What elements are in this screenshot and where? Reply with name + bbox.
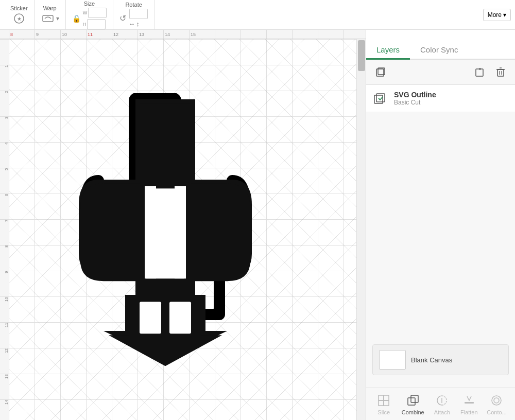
layer-item-svg-outline[interactable]: SVG Outline Basic Cut xyxy=(366,85,515,112)
right-panel: Layers Color Sync xyxy=(366,30,515,420)
attach-icon xyxy=(435,393,449,408)
width-input[interactable] xyxy=(88,8,107,18)
tab-layers[interactable]: Layers xyxy=(366,45,410,60)
main-toolbar: Sticker ★ Warp ▾ Size 🔒 W xyxy=(0,0,515,30)
ruler-v-7: 7 xyxy=(0,219,9,245)
ruler-corner xyxy=(0,30,9,39)
svg-rect-30 xyxy=(411,395,418,402)
ruler-h-10: 10 xyxy=(61,30,87,39)
layers-toolbar xyxy=(366,60,515,85)
blank-canvas-preview xyxy=(379,350,406,370)
combine-button[interactable]: Combine xyxy=(398,391,428,417)
slice-button[interactable]: Slice xyxy=(370,391,397,417)
attach-button[interactable]: Attach xyxy=(428,391,455,417)
warp-dropdown[interactable]: ▾ xyxy=(56,15,59,22)
flatten-button[interactable]: Flatten xyxy=(456,391,483,417)
panel-bottom-toolbar: Slice Combine Attach xyxy=(366,388,515,420)
ruler-v-12: 12 xyxy=(0,348,9,374)
combine-label: Combine xyxy=(402,409,424,415)
vertical-ruler: 1 2 3 4 5 6 7 8 9 10 11 12 13 14 xyxy=(0,39,9,420)
rotate-input[interactable] xyxy=(129,9,148,19)
ruler-v-14: 14 xyxy=(0,399,9,420)
ruler-v-1: 1 xyxy=(0,65,9,91)
add-layer-button[interactable] xyxy=(472,64,488,80)
svg-rect-32 xyxy=(465,402,474,404)
flip-v-icon[interactable]: ↕ xyxy=(136,20,140,28)
ruler-h-11: 11 xyxy=(87,30,112,39)
flatten-label: Flatten xyxy=(460,409,478,415)
svg-rect-12 xyxy=(175,186,186,278)
svg-rect-11 xyxy=(145,186,156,278)
flip-h-icon[interactable]: ↔ xyxy=(128,20,135,28)
layer-name: SVG Outline xyxy=(394,91,509,99)
warp-section: Warp ▾ xyxy=(35,0,66,29)
ruler-h-8: 8 xyxy=(9,30,35,39)
slice-icon xyxy=(376,393,391,408)
svg-rect-25 xyxy=(379,395,384,400)
combine-icon xyxy=(406,393,420,408)
svg-text:★: ★ xyxy=(16,16,21,22)
ruler-v-8: 8 xyxy=(0,245,9,271)
ruler-h-12: 12 xyxy=(112,30,138,39)
warp-icon[interactable] xyxy=(41,12,55,25)
scrollbar-thumb[interactable] xyxy=(358,40,365,71)
layer-sub: Basic Cut xyxy=(394,99,509,106)
rotate-section: Rotate ↺ ↔ ↕ xyxy=(113,0,154,29)
ruler-v-10: 10 xyxy=(0,296,9,322)
ruler-v-0 xyxy=(0,39,9,65)
ruler-h-16 xyxy=(215,30,241,39)
vertical-scrollbar[interactable] xyxy=(356,39,366,420)
main-content: 8 9 10 11 12 13 14 15 1 2 3 4 5 6 7 8 9 xyxy=(0,30,515,420)
ruler-v-6: 6 xyxy=(0,194,9,219)
more-button[interactable]: More ▾ xyxy=(483,9,511,21)
warp-label: Warp xyxy=(43,5,57,11)
copy-to-mat-button[interactable] xyxy=(372,64,389,80)
attach-label: Attach xyxy=(434,409,450,415)
ruler-h-17 xyxy=(241,30,267,39)
rotate-tool: Rotate ↺ ↔ ↕ xyxy=(119,2,148,28)
design-canvas[interactable] xyxy=(9,39,356,420)
ruler-v-9: 9 xyxy=(0,271,9,296)
svg-rect-2 xyxy=(43,15,53,22)
slice-label: Slice xyxy=(377,409,390,415)
canvas-area[interactable]: 8 9 10 11 12 13 14 15 1 2 3 4 5 6 7 8 9 xyxy=(0,30,366,420)
ruler-h-19 xyxy=(293,30,318,39)
contour-icon xyxy=(489,393,504,408)
size-tool: Size 🔒 W H xyxy=(72,1,107,29)
tab-color-sync[interactable]: Color Sync xyxy=(410,45,468,60)
svg-rect-13 xyxy=(376,69,384,76)
lock-icon: 🔒 xyxy=(72,14,81,23)
svg-rect-26 xyxy=(384,395,389,400)
size-section: Size 🔒 W H xyxy=(66,0,114,29)
sticker-label: Sticker xyxy=(10,5,28,11)
svg-rect-18 xyxy=(497,69,504,76)
ruler-v-13: 13 xyxy=(0,374,9,399)
ruler-h-14: 14 xyxy=(164,30,190,39)
ruler-v-3: 3 xyxy=(0,116,9,142)
svg-rect-28 xyxy=(384,400,389,406)
ruler-v-2: 2 xyxy=(0,91,9,116)
rotate-icon[interactable]: ↺ xyxy=(119,13,126,23)
ruler-v-4: 4 xyxy=(0,142,9,168)
blank-canvas-label: Blank Canvas xyxy=(411,356,452,364)
ruler-h-13: 13 xyxy=(138,30,164,39)
ruler-v-5: 5 xyxy=(0,168,9,194)
blank-canvas-item[interactable]: Blank Canvas xyxy=(372,344,509,375)
height-input[interactable] xyxy=(87,19,106,29)
delete-layer-button[interactable] xyxy=(492,64,509,80)
ruler-h-15: 15 xyxy=(190,30,215,39)
contour-label: Conto... xyxy=(487,409,507,415)
size-label: Size xyxy=(84,1,95,7)
svg-rect-10 xyxy=(169,302,191,334)
layer-item-icon xyxy=(372,90,389,107)
svg-rect-9 xyxy=(140,302,161,334)
ruler-h-20 xyxy=(318,30,344,39)
sticker-icon[interactable]: ★ xyxy=(13,12,25,25)
blank-canvas-area: Blank Canvas xyxy=(366,112,515,388)
svg-point-33 xyxy=(492,396,501,405)
ruler-h-9: 9 xyxy=(35,30,61,39)
contour-button[interactable]: Conto... xyxy=(483,391,511,417)
rotate-label: Rotate xyxy=(125,2,142,8)
ruler-v-11: 11 xyxy=(0,322,9,348)
ruler-h-18 xyxy=(267,30,293,39)
